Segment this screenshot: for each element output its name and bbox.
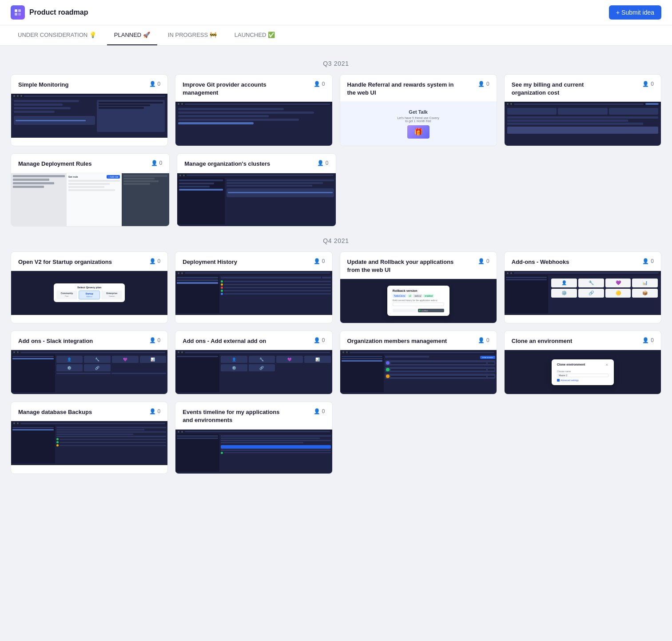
card-votes: 👤 0 [314, 81, 325, 87]
svg-rect-0 [15, 9, 17, 12]
card-votes: 👤 0 [478, 258, 489, 264]
card-votes: 👤 0 [314, 408, 325, 414]
clone-advanced-settings: Advanced settings [557, 379, 608, 382]
card-addons-webhooks[interactable]: Add-ons - Webhooks 👤 0 [504, 251, 661, 323]
card-title: Add ons - Add external add on [183, 337, 266, 345]
card-title: Handle Referral and rewards system in th… [347, 81, 454, 97]
card-header: Manage organization's clusters 👤 0 [177, 154, 335, 172]
vote-icon: 👤 [149, 408, 156, 414]
card-votes: 👤 0 [478, 81, 489, 87]
vote-icon: 👤 [317, 160, 324, 166]
clone-modal-title: Clone environment [557, 363, 585, 366]
card-header: Simple Monitoring 👤 0 [11, 75, 167, 93]
card-header: Manage Deployment Rules 👤 0 [11, 154, 169, 172]
card-title: Open V2 for Startup organizations [18, 258, 112, 266]
card-header: Add ons - Add external add on 👤 0 [175, 331, 332, 350]
vote-icon: 👤 [642, 258, 649, 264]
card-title: Clone an environment [512, 337, 573, 345]
advanced-icon [557, 379, 560, 382]
plan-startup: Startup $49/mo [79, 291, 100, 299]
card-handle-referral[interactable]: Handle Referral and rewards system in th… [340, 74, 497, 146]
clone-input: Master 2 [557, 374, 608, 377]
card-deployment-history[interactable]: Deployment History 👤 0 [175, 251, 332, 323]
card-clone-env[interactable]: Clone an environment 👤 0 Clone environme… [504, 330, 661, 394]
card-improve-git[interactable]: Improve Git provider accounts management… [175, 74, 332, 146]
card-preview [11, 93, 167, 138]
card-preview [177, 173, 335, 226]
tab-under-consideration[interactable]: UNDER CONSIDERATION 💡 [11, 25, 103, 45]
card-update-rollback[interactable]: Update and Rollback your applications fr… [340, 251, 497, 323]
card-org-members[interactable]: Organization members management 👤 0 [340, 330, 497, 394]
card-preview [175, 271, 332, 315]
card-preview [175, 429, 332, 474]
empty-slot-2 [504, 402, 661, 474]
card-preview: Invite member [340, 350, 497, 394]
q3-row-2: Manage Deployment Rules 👤 0 [11, 153, 336, 226]
clone-modal: Clone environment ✕ Choose name Master 2… [552, 359, 614, 385]
vote-icon: 👤 [149, 258, 156, 264]
vote-icon: 👤 [314, 258, 320, 264]
card-votes: 👤 0 [642, 81, 654, 87]
app-title: Product roadmap [29, 8, 88, 16]
card-events-timeline[interactable]: Events timeline for my applications and … [175, 402, 332, 474]
card-title: Manage database Backups [18, 408, 92, 416]
rollback-modal: Rollback version TwilioClone v2 web-ui e… [387, 286, 449, 316]
rollback-buttons: in effect [393, 309, 444, 312]
card-title: Update and Rollback your applications fr… [347, 258, 454, 274]
card-open-v2[interactable]: Open V2 for Startup organizations 👤 0 Se… [11, 251, 168, 323]
card-votes: 👤 0 [642, 337, 654, 343]
card-title: Organization members management [347, 337, 447, 345]
card-header: Handle Referral and rewards system in th… [340, 75, 497, 101]
card-preview: 👤 🔧 💜 📊 ⚙️ 🔗 [11, 350, 167, 394]
tab-planned[interactable]: PLANNED 🚀 [107, 25, 157, 45]
card-title: Manage organization's clusters [184, 160, 270, 168]
card-addons-external[interactable]: Add ons - Add external add on 👤 0 [175, 330, 332, 394]
vote-icon: 👤 [478, 81, 485, 87]
submit-idea-button[interactable]: + Submit idea [609, 5, 661, 20]
card-header: Clone an environment 👤 0 [505, 331, 661, 350]
card-header: Add ons - Slack integration 👤 0 [11, 331, 167, 350]
header-left: Product roadmap [11, 5, 88, 20]
card-header: Deployment History 👤 0 [175, 252, 332, 271]
card-addons-slack[interactable]: Add ons - Slack integration 👤 0 [11, 330, 168, 394]
vote-icon: 👤 [642, 81, 649, 87]
card-votes: 👤 0 [642, 258, 654, 264]
vote-icon: 👤 [149, 337, 156, 343]
card-title: Add ons - Slack integration [18, 337, 93, 345]
card-title: Improve Git provider accounts management [183, 81, 289, 97]
plan-enterprise: Enterprise Custom [101, 291, 122, 299]
card-header: Open V2 for Startup organizations 👤 0 [11, 252, 167, 271]
vote-icon: 👤 [478, 258, 485, 264]
card-header: See my billing and current organization … [505, 75, 661, 101]
card-header: Add-ons - Webhooks 👤 0 [505, 252, 661, 271]
card-votes: 👤 0 [149, 337, 161, 343]
tab-in-progress[interactable]: IN PROGRESS 🚧 [161, 25, 224, 45]
card-header: Manage database Backups 👤 0 [11, 402, 167, 421]
vote-icon: 👤 [478, 337, 485, 343]
card-header: Organization members management 👤 0 [340, 331, 497, 350]
card-preview: Rollback version TwilioClone v2 web-ui e… [340, 279, 497, 323]
vote-icon: 👤 [642, 337, 649, 343]
plans-options: Community Free Startup $49/mo Enterprise… [56, 291, 122, 299]
card-org-clusters[interactable]: Manage organization's clusters 👤 0 [177, 153, 336, 226]
tab-navigation: UNDER CONSIDERATION 💡 PLANNED 🚀 IN PROGR… [0, 25, 672, 46]
card-simple-monitoring[interactable]: Simple Monitoring 👤 0 [11, 74, 168, 146]
card-votes: 👤 0 [151, 160, 163, 166]
card-billing[interactable]: See my billing and current organization … [504, 74, 661, 146]
card-deployment-rules[interactable]: Manage Deployment Rules 👤 0 [11, 153, 170, 226]
card-votes: 👤 0 [478, 337, 489, 343]
q4-row-1: Open V2 for Startup organizations 👤 0 Se… [11, 251, 661, 323]
cancel-btn [393, 309, 417, 312]
q4-row-3: Manage database Backups 👤 0 [11, 402, 661, 474]
app-logo [11, 5, 25, 20]
card-db-backups[interactable]: Manage database Backups 👤 0 [11, 402, 168, 474]
card-title: See my billing and current organization … [512, 81, 618, 97]
rollback-title: Rollback version [393, 289, 444, 292]
card-votes: 👤 0 [314, 337, 325, 343]
svg-rect-3 [18, 13, 21, 16]
card-preview: Clone environment ✕ Choose name Master 2… [505, 350, 661, 394]
card-title: Add-ons - Webhooks [512, 258, 569, 266]
vote-icon: 👤 [314, 81, 320, 87]
tab-launched[interactable]: LAUNCHED ✅ [227, 25, 282, 45]
card-votes: 👤 0 [149, 258, 161, 264]
